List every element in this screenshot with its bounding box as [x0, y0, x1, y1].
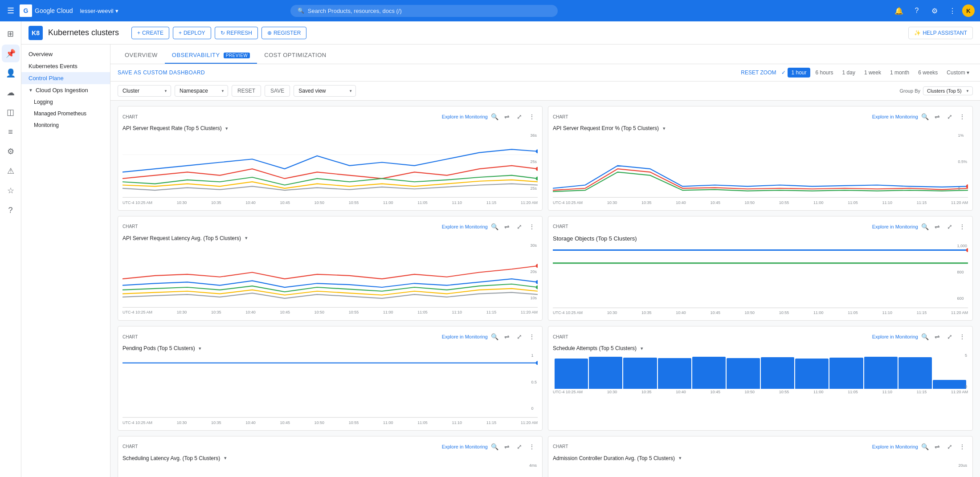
register-button[interactable]: ⊕ REGISTER [261, 27, 306, 39]
zoom-icon[interactable]: 🔍 [919, 331, 931, 342]
zoom-icon[interactable]: 🔍 [919, 221, 931, 232]
more-options-icon[interactable]: ⋮ [956, 221, 968, 232]
tab-cost-optimization[interactable]: COST OPTIMIZATION [257, 47, 333, 64]
expand-icon[interactable]: ⤢ [514, 221, 525, 232]
chart-title-select[interactable]: Scheduling Latency Avg. (Top 5 Clusters) [122, 455, 220, 461]
compare-icon[interactable]: ⇌ [931, 441, 943, 453]
compare-icon[interactable]: ⇌ [931, 331, 943, 342]
chart-title-select[interactable]: Pending Pods (Top 5 Clusters) [122, 345, 195, 351]
zoom-icon[interactable]: 🔍 [489, 441, 500, 453]
time-6weeks-button[interactable]: 6 weeks [915, 68, 941, 77]
menu-icon[interactable]: ☰ [5, 4, 16, 17]
expand-icon[interactable]: ⤢ [944, 111, 956, 122]
chart-title-select[interactable]: API Server Request Latency Avg. (Top 5 C… [122, 235, 241, 241]
sidebar-alert-icon[interactable]: ⚠ [2, 162, 20, 180]
more-options-icon[interactable]: ⋮ [526, 111, 538, 122]
tab-observability[interactable]: OBSERVABILITY PREVIEW [165, 47, 257, 64]
help-icon[interactable]: ? [909, 3, 925, 19]
nav-item-kubernetes-events[interactable]: Kubernetes Events [21, 60, 110, 72]
expand-icon[interactable]: ⤢ [514, 111, 525, 122]
explore-monitoring-link[interactable]: Explore in Monitoring [872, 444, 918, 449]
deploy-button[interactable]: + DEPLOY [173, 27, 211, 39]
nav-item-control-plane[interactable]: Control Plane [21, 72, 110, 84]
more-options-icon[interactable]: ⋮ [956, 331, 968, 342]
search-bar[interactable]: 🔍 Search Products, resources, docs (/) [290, 5, 558, 17]
sidebar-grid-icon[interactable]: ◫ [2, 103, 20, 121]
sidebar-gear-icon[interactable]: ⚙ [2, 143, 20, 160]
sidebar-home-icon[interactable]: ⊞ [2, 25, 20, 43]
expand-icon[interactable]: ⤢ [514, 441, 525, 453]
sidebar-people-icon[interactable]: 👤 [2, 64, 20, 82]
compare-icon[interactable]: ⇌ [931, 111, 943, 122]
nav-item-monitoring[interactable]: Monitoring [21, 119, 110, 131]
compare-icon[interactable]: ⇌ [931, 221, 943, 232]
sidebar-pin-icon[interactable]: 📌 [2, 45, 20, 62]
explore-monitoring-link[interactable]: Explore in Monitoring [872, 224, 918, 229]
zoom-icon[interactable]: 🔍 [919, 111, 931, 122]
compare-icon[interactable]: ⇌ [501, 221, 513, 232]
explore-monitoring-link[interactable]: Explore in Monitoring [872, 114, 918, 119]
create-button[interactable]: + CREATE [131, 27, 169, 39]
saved-view-select[interactable]: Saved view [294, 85, 356, 97]
chart-title-select[interactable]: API Server Request Error % (Top 5 Cluste… [553, 125, 659, 131]
chart-title-select[interactable]: Schedule Attempts (Top 5 Clusters) [553, 345, 637, 351]
reset-filter-button[interactable]: RESET [232, 85, 261, 97]
help-assistant-button[interactable]: ✨ HELP ASSISTANT [908, 27, 973, 39]
zoom-icon[interactable]: 🔍 [489, 221, 500, 232]
more-options-icon[interactable]: ⋮ [956, 111, 968, 122]
sidebar-question-icon[interactable]: ? [2, 201, 20, 219]
explore-monitoring-link[interactable]: Explore in Monitoring [872, 334, 918, 339]
sidebar-list-icon[interactable]: ≡ [2, 123, 20, 141]
zoom-icon[interactable]: 🔍 [489, 331, 500, 342]
time-1week-button[interactable]: 1 week [861, 68, 885, 77]
nav-item-cloud-ops[interactable]: ▼ Cloud Ops Ingestion [21, 84, 110, 96]
tab-overview[interactable]: OVERVIEW [118, 47, 165, 64]
chart-title-select[interactable]: API Server Request Rate (Top 5 Clusters) [122, 125, 222, 131]
sidebar-star-icon[interactable]: ☆ [2, 182, 20, 200]
explore-monitoring-link[interactable]: Explore in Monitoring [442, 114, 488, 119]
time-1day-button[interactable]: 1 day [839, 68, 859, 77]
more-options-icon[interactable]: ⋮ [526, 331, 538, 342]
zoom-icon[interactable]: 🔍 [489, 111, 500, 122]
explore-monitoring-link[interactable]: Explore in Monitoring [442, 444, 488, 449]
save-custom-dashboard-button[interactable]: SAVE AS CUSTOM DASHBOARD [118, 69, 205, 76]
nav-item-managed-prometheus[interactable]: Managed Prometheus [21, 108, 110, 119]
time-1hour-button[interactable]: 1 hour [788, 68, 810, 77]
cluster-filter[interactable]: Cluster [118, 85, 171, 97]
more-options-icon[interactable]: ⋮ [526, 221, 538, 232]
avatar[interactable]: K [962, 4, 975, 17]
chart-api-request-latency: Chart Explore in Monitoring 🔍 ⇌ ⤢ ⋮ [118, 216, 543, 321]
project-selector[interactable]: lesser-weevil ▾ [77, 6, 122, 16]
group-by-select[interactable]: Clusters (Top 5) [923, 86, 973, 95]
chart-actions: Explore in Monitoring 🔍 ⇌ ⤢ ⋮ [442, 441, 538, 453]
nav-item-logging[interactable]: Logging [21, 96, 110, 108]
save-filter-button[interactable]: SAVE [265, 85, 290, 97]
bar [933, 380, 966, 389]
more-options-icon[interactable]: ⋮ [526, 441, 538, 453]
zoom-icon[interactable]: 🔍 [919, 441, 931, 453]
time-custom-button[interactable]: Custom ▾ [943, 68, 973, 77]
compare-icon[interactable]: ⇌ [501, 441, 513, 453]
chart-label: Chart [122, 224, 138, 229]
reset-zoom-button[interactable]: RESET ZOOM [741, 69, 776, 76]
time-1month-button[interactable]: 1 month [886, 68, 913, 77]
more-icon[interactable]: ⋮ [944, 3, 960, 19]
notifications-icon[interactable]: 🔔 [891, 3, 907, 19]
time-6hours-button[interactable]: 6 hours [812, 68, 837, 77]
chart-title-select[interactable]: Admission Controller Duration Avg. (Top … [553, 455, 675, 461]
settings-icon[interactable]: ⚙ [927, 3, 943, 19]
namespace-filter[interactable]: Namespace [175, 85, 228, 97]
explore-monitoring-link[interactable]: Explore in Monitoring [442, 224, 488, 229]
sidebar-cloud-icon[interactable]: ☁ [2, 84, 20, 102]
compare-icon[interactable]: ⇌ [501, 111, 513, 122]
expand-icon[interactable]: ⤢ [944, 331, 956, 342]
refresh-button[interactable]: ↻ REFRESH [215, 27, 258, 39]
more-options-icon[interactable]: ⋮ [956, 441, 968, 453]
expand-icon[interactable]: ⤢ [944, 221, 956, 232]
expand-icon[interactable]: ⤢ [944, 441, 956, 453]
nav-item-overview[interactable]: Overview [21, 48, 110, 60]
compare-icon[interactable]: ⇌ [501, 331, 513, 342]
explore-monitoring-link[interactable]: Explore in Monitoring [442, 334, 488, 339]
expand-icon[interactable]: ⤢ [514, 331, 525, 342]
refresh-icon: ↻ [220, 30, 225, 36]
